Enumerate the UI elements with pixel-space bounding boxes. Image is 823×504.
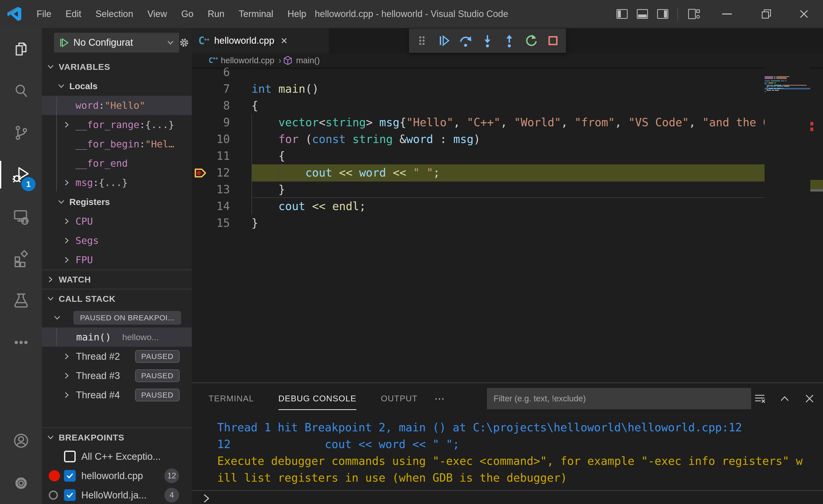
panel-tab-debug-console[interactable]: DEBUG CONSOLE bbox=[279, 383, 356, 414]
minimap[interactable] bbox=[765, 67, 810, 382]
register-group-segs[interactable]: Segs bbox=[42, 231, 192, 250]
step-into-button[interactable] bbox=[478, 31, 497, 50]
gutter-line-13[interactable]: 13 bbox=[192, 181, 252, 198]
breakpoint-row[interactable]: All C++ Exceptio... bbox=[42, 447, 192, 466]
code-line-10[interactable]: 10 for (const string &word : msg) bbox=[192, 131, 823, 148]
code-editor[interactable]: 67int main()8{9 vector<string> msg{"Hell… bbox=[192, 67, 823, 382]
menu-selection[interactable]: Selection bbox=[89, 9, 140, 19]
gutter-line-14[interactable]: 14 bbox=[192, 198, 252, 215]
menu-edit[interactable]: Edit bbox=[58, 9, 89, 19]
code-line-6[interactable]: 6 bbox=[192, 67, 823, 80]
overview-ruler[interactable] bbox=[810, 67, 823, 382]
restart-button[interactable] bbox=[522, 31, 540, 50]
scope-locals[interactable]: Locals bbox=[42, 76, 192, 96]
maximize-panel-icon[interactable] bbox=[779, 393, 791, 404]
breadcrumb-file[interactable]: helloworld.cpp bbox=[221, 56, 274, 65]
sidebar-item-explorer[interactable] bbox=[0, 28, 42, 70]
stack-frame-main[interactable]: main() hellowo... bbox=[42, 327, 192, 347]
menu-go[interactable]: Go bbox=[174, 9, 201, 19]
variable-row-__for_begin[interactable]: __for_begin: "Hel… bbox=[42, 134, 192, 154]
breakpoints-section-header[interactable]: BREAKPOINTS bbox=[42, 428, 192, 447]
chevron-down-icon bbox=[57, 81, 66, 91]
menu-terminal[interactable]: Terminal bbox=[232, 9, 281, 19]
code-line-11[interactable]: 11 { bbox=[192, 148, 823, 164]
sidebar-item-run-and-debug[interactable]: 1 bbox=[0, 154, 42, 196]
toggle-primary-sidebar-icon[interactable] bbox=[617, 9, 628, 19]
gutter-line-15[interactable]: 15 bbox=[192, 215, 252, 231]
gutter-line-7[interactable]: 7 bbox=[192, 80, 252, 97]
gutter-line-6[interactable]: 6 bbox=[192, 67, 252, 80]
variable-row-msg[interactable]: msg: {...} bbox=[42, 173, 192, 192]
thread-1-row[interactable]: PAUSED ON BREAKPOI... bbox=[42, 308, 192, 327]
register-group-cpu[interactable]: CPU bbox=[42, 212, 192, 231]
clear-console-icon[interactable] bbox=[754, 393, 766, 404]
accounts-button[interactable] bbox=[0, 420, 42, 462]
restore-icon[interactable] bbox=[762, 9, 771, 19]
console-filter-input[interactable] bbox=[487, 388, 751, 409]
close-panel-icon[interactable] bbox=[804, 393, 815, 404]
gutter-line-11[interactable]: 11 bbox=[192, 148, 252, 164]
variable-row-__for_range[interactable]: __for_range: {...} bbox=[42, 115, 192, 134]
variable-row-__for_end[interactable]: __for_end bbox=[42, 154, 192, 173]
checkbox-unchecked[interactable] bbox=[64, 451, 76, 462]
watch-section-header[interactable]: WATCH bbox=[42, 270, 192, 289]
drag-handle-button[interactable] bbox=[413, 31, 431, 50]
sidebar-item-more[interactable] bbox=[0, 321, 42, 363]
checkbox-checked[interactable] bbox=[64, 470, 76, 482]
sidebar-item-search[interactable] bbox=[0, 70, 42, 112]
menu-view[interactable]: View bbox=[140, 9, 174, 19]
console-prompt[interactable] bbox=[201, 493, 212, 504]
scope-registers[interactable]: Registers bbox=[42, 192, 192, 212]
sidebar-item-extensions[interactable] bbox=[0, 237, 42, 280]
thread-row-thread-3[interactable]: Thread #3PAUSED bbox=[42, 366, 192, 385]
menu-file[interactable]: File bbox=[29, 9, 58, 19]
breakpoint-row[interactable]: HelloWorld.ja...4 bbox=[42, 485, 192, 504]
gutter-line-10[interactable]: 10 bbox=[192, 131, 252, 148]
variables-section-header[interactable]: VARIABLES bbox=[42, 57, 192, 76]
debug-config-dropdown[interactable]: No Configurat bbox=[54, 33, 179, 52]
gutter-line-12[interactable]: 12 bbox=[192, 164, 252, 181]
sidebar-item-testing[interactable] bbox=[0, 280, 42, 321]
gutter-line-9[interactable]: 9 bbox=[192, 114, 252, 131]
minimize-icon[interactable] bbox=[722, 13, 732, 14]
menu-run[interactable]: Run bbox=[201, 9, 232, 19]
step-out-button[interactable] bbox=[500, 31, 518, 50]
tab-close-icon[interactable]: × bbox=[281, 35, 288, 46]
sidebar-item-remote-explorer[interactable] bbox=[0, 196, 42, 237]
settings-button[interactable] bbox=[0, 462, 42, 504]
breakpoint-row[interactable]: helloworld.cpp12 bbox=[42, 466, 192, 485]
checkbox-checked[interactable] bbox=[64, 489, 76, 501]
debug-console-output[interactable]: Thread 1 hit Breakpoint 2, main () at C:… bbox=[192, 414, 823, 486]
menu-help[interactable]: Help bbox=[281, 9, 313, 19]
toggle-panel-icon[interactable] bbox=[637, 9, 648, 19]
panel-more-icon[interactable]: ⋯ bbox=[434, 393, 445, 404]
variable-row-word[interactable]: word: "Hello" bbox=[42, 96, 192, 115]
code-line-13[interactable]: 13 } bbox=[192, 181, 823, 198]
files-icon bbox=[11, 39, 31, 59]
thread-row-thread-2[interactable]: Thread #2PAUSED bbox=[42, 347, 192, 366]
stop-button[interactable] bbox=[544, 31, 562, 50]
panel-tab-output[interactable]: OUTPUT bbox=[381, 383, 418, 414]
code-line-8[interactable]: 8{ bbox=[192, 97, 823, 114]
call-stack-section-header[interactable]: CALL STACK bbox=[42, 289, 192, 308]
code-line-15[interactable]: 15} bbox=[192, 215, 823, 231]
code-line-9[interactable]: 9 vector<string> msg{"Hello", "C++", "Wo… bbox=[192, 114, 823, 131]
thread-row-thread-4[interactable]: Thread #4PAUSED bbox=[42, 385, 192, 405]
breadcrumb-symbol[interactable]: main() bbox=[296, 56, 320, 65]
panel-tab-terminal[interactable]: TERMINAL bbox=[208, 383, 254, 414]
register-group-fpu[interactable]: FPU bbox=[42, 250, 192, 270]
toggle-secondary-sidebar-icon[interactable] bbox=[657, 9, 668, 19]
breakpoint-current-line-icon[interactable] bbox=[193, 166, 207, 180]
close-icon[interactable] bbox=[799, 9, 809, 19]
tab-helloworld-cpp[interactable]: C++ helloworld.cpp × bbox=[192, 28, 329, 53]
step-over-button[interactable] bbox=[457, 31, 475, 50]
code-line-14[interactable]: 14 cout << endl; bbox=[192, 198, 823, 215]
customize-layout-icon[interactable] bbox=[688, 9, 700, 19]
continue-button[interactable] bbox=[435, 31, 453, 50]
gutter-line-8[interactable]: 8 bbox=[192, 97, 252, 114]
sidebar-item-source-control[interactable] bbox=[0, 112, 42, 154]
code-line-12[interactable]: 12 cout << word << " "; bbox=[192, 164, 823, 181]
code-line-7[interactable]: 7int main() bbox=[192, 80, 823, 97]
scrollbar-slider[interactable] bbox=[810, 189, 823, 191]
configure-gear-icon[interactable] bbox=[178, 36, 191, 49]
